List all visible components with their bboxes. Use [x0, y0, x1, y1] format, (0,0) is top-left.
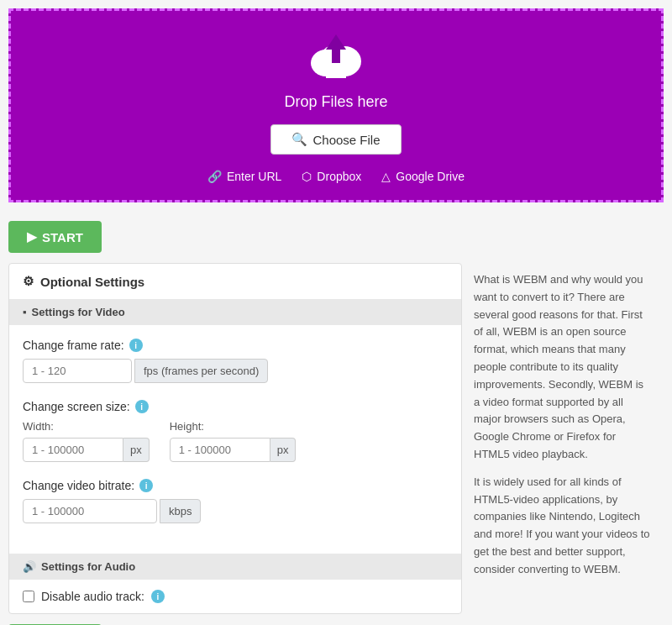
- start-button-bottom-wrapper: ▶ START: [0, 614, 672, 625]
- screen-size-label: Change screen size: i: [23, 400, 448, 413]
- enter-url-link[interactable]: 🔗 Enter URL: [207, 170, 281, 183]
- video-bitrate-group: Change video bitrate: i kbps: [23, 479, 448, 523]
- width-input[interactable]: [23, 438, 123, 462]
- video-bitrate-input-row: kbps: [23, 499, 448, 523]
- start-label-top: START: [42, 230, 83, 244]
- width-col: Width: px: [23, 420, 150, 462]
- sidebar-paragraph-2: It is widely used for all kinds of HTML5…: [474, 474, 652, 579]
- frame-rate-group: Change frame rate: i fps (frames per sec…: [23, 339, 448, 383]
- gear-icon: ⚙: [23, 274, 34, 289]
- height-inputs: px: [170, 438, 297, 462]
- google-drive-link[interactable]: △ Google Drive: [381, 170, 465, 183]
- dropbox-icon: ⬡: [302, 170, 312, 183]
- enter-url-label: Enter URL: [227, 170, 281, 183]
- choose-file-label: Choose File: [312, 133, 380, 147]
- settings-panel: ⚙ Optional Settings ▪ Settings for Video…: [8, 263, 462, 614]
- dropbox-link[interactable]: ⬡ Dropbox: [302, 170, 361, 183]
- drop-zone[interactable]: Drop Files here 🔍 Choose File 🔗 Enter UR…: [8, 8, 664, 202]
- start-button-top-wrapper: ▶ START: [0, 211, 672, 263]
- alt-options: 🔗 Enter URL ⬡ Dropbox △ Google Drive: [207, 170, 465, 183]
- start-icon-top: ▶: [27, 229, 37, 244]
- sidebar-paragraph-1: What is WEBM and why would you want to c…: [474, 271, 652, 464]
- height-label: Height:: [170, 420, 297, 433]
- audio-section-header: 🔊 Settings for Audio: [9, 554, 461, 580]
- settings-title: ⚙ Optional Settings: [9, 264, 461, 299]
- frame-rate-label: Change frame rate: i: [23, 339, 448, 352]
- dropbox-label: Dropbox: [317, 170, 361, 183]
- video-bitrate-info-icon[interactable]: i: [139, 479, 153, 492]
- audio-section-body: Disable audio track: i: [9, 580, 461, 613]
- frame-rate-info-icon[interactable]: i: [129, 339, 143, 352]
- video-section-header: ▪ Settings for Video: [9, 299, 461, 325]
- video-icon: ▪: [23, 306, 27, 318]
- link-icon: 🔗: [207, 170, 222, 183]
- video-bitrate-input[interactable]: [23, 499, 157, 523]
- audio-icon: 🔊: [23, 560, 36, 573]
- drop-text: Drop Files here: [284, 93, 387, 111]
- width-label: Width:: [23, 420, 150, 433]
- disable-audio-checkbox[interactable]: [23, 591, 34, 602]
- video-bitrate-label: Change video bitrate: i: [23, 479, 448, 492]
- height-unit: px: [270, 438, 297, 462]
- video-bitrate-unit: kbps: [160, 499, 201, 523]
- drive-icon: △: [381, 170, 391, 183]
- start-button-top[interactable]: ▶ START: [8, 221, 102, 253]
- width-inputs: px: [23, 438, 150, 462]
- screen-size-info-icon[interactable]: i: [135, 400, 149, 413]
- google-drive-label: Google Drive: [396, 170, 465, 183]
- frame-rate-input-row: fps (frames per second): [23, 359, 448, 383]
- search-icon: 🔍: [291, 132, 307, 147]
- height-col: Height: px: [170, 420, 297, 462]
- choose-file-button[interactable]: 🔍 Choose File: [270, 124, 401, 155]
- frame-rate-input[interactable]: [23, 359, 132, 383]
- disable-audio-row: Disable audio track: i: [23, 590, 448, 603]
- height-input[interactable]: [170, 438, 270, 462]
- upload-icon: [302, 28, 370, 87]
- screen-size-group: Change screen size: i Width: px Height:: [23, 400, 448, 462]
- sidebar-info: What is WEBM and why would you want to c…: [462, 263, 664, 614]
- disable-audio-info-icon[interactable]: i: [151, 590, 165, 603]
- main-content: ⚙ Optional Settings ▪ Settings for Video…: [0, 263, 672, 614]
- frame-rate-unit: fps (frames per second): [134, 359, 268, 383]
- width-unit: px: [123, 438, 150, 462]
- screen-size-row: Width: px Height: px: [23, 420, 448, 462]
- settings-body: Change frame rate: i fps (frames per sec…: [9, 325, 461, 554]
